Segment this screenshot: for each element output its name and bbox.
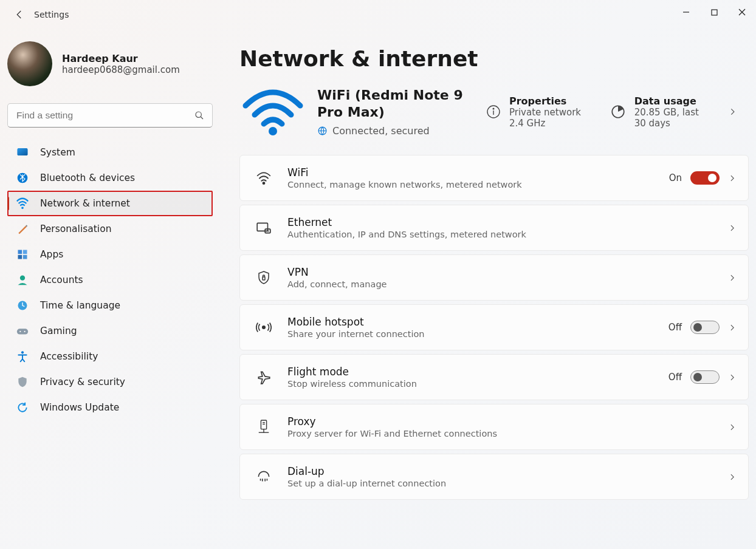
update-icon [16,401,29,414]
hotspot-toggle-label: Off [668,322,682,333]
nav-label: Windows Update [40,402,119,413]
avatar [7,41,52,86]
svg-rect-13 [23,255,27,259]
wifi-toggle[interactable] [690,171,720,185]
chevron-right-icon [728,423,736,431]
airplane-icon [255,368,273,386]
accounts-icon [16,273,29,287]
nav-label: Gaming [40,326,77,336]
chevron-right-icon [728,324,736,332]
svg-point-18 [24,331,26,332]
nav-label: Network & internet [40,198,130,209]
card-title: VPN [287,266,713,278]
close-button[interactable] [728,0,756,24]
svg-rect-7 [18,148,28,155]
card-title: Flight mode [287,366,654,378]
globe-icon [317,126,328,136]
time-icon [16,299,29,312]
nav-item-windows-update[interactable]: Windows Update [7,395,213,420]
nav-label: Time & language [40,300,120,311]
wifi-toggle-label: On [669,172,682,183]
nav-label: Privacy & security [40,377,125,387]
user-profile[interactable]: Hardeep Kaur hardeep0688@gmail.com [7,36,220,98]
nav-item-bluetooth[interactable]: Bluetooth & devices [7,165,213,191]
settings-cards: WiFi Connect, manage known networks, met… [239,155,749,500]
svg-rect-30 [263,277,265,280]
nav-item-time-language[interactable]: Time & language [7,293,213,318]
wifi-large-icon [239,87,306,136]
svg-point-20 [269,127,277,135]
card-ethernet[interactable]: Ethernet Authentication, IP and DNS sett… [239,205,749,251]
window-title: Settings [34,10,69,19]
svg-line-5 [201,117,203,119]
proxy-icon [255,418,273,436]
chevron-right-icon [728,224,736,232]
nav-item-accessibility[interactable]: Accessibility [7,344,213,369]
search-input[interactable] [7,103,213,128]
svg-point-14 [20,276,25,281]
card-sub: Stop wireless communication [287,379,654,389]
nav-label: Personalisation [40,223,111,234]
ethernet-icon [255,219,273,237]
data-usage-title: Data usage [634,95,711,107]
chevron-right-icon [728,107,737,116]
titlebar: Settings [0,0,756,29]
system-icon [16,146,29,159]
gaming-icon [16,324,29,338]
card-dialup[interactable]: Dial-up Set up a dial-up internet connec… [239,454,749,500]
data-usage-link[interactable]: Data usage 20.85 GB, last 30 days [610,95,711,129]
nav-label: Apps [40,249,63,260]
nav-item-gaming[interactable]: Gaming [7,318,213,344]
user-name: Hardeep Kaur [62,53,180,64]
svg-rect-27 [257,223,267,231]
svg-point-19 [21,351,24,353]
network-quick-links[interactable]: Properties Private network 2.4 GHz Data … [486,95,749,129]
network-status-row: WiFi (Redmi Note 9 Pro Max) Connected, s… [239,87,749,137]
nav-item-apps[interactable]: Apps [7,242,213,267]
bluetooth-icon [16,171,29,185]
card-sub: Connect, manage known networks, metered … [287,180,655,189]
svg-rect-10 [18,250,22,254]
sidebar: Hardeep Kaur hardeep0688@gmail.com Syste… [0,29,220,549]
svg-rect-32 [261,420,266,429]
dialup-icon [255,468,273,486]
card-sub: Add, connect, manage [287,279,713,289]
network-status: Connected, secured [332,125,430,137]
card-title: Mobile hotspot [287,316,654,328]
accessibility-icon [16,350,29,363]
card-proxy[interactable]: Proxy Proxy server for Wi-Fi and Etherne… [239,404,749,450]
card-title: WiFi [287,166,655,179]
search-box [7,103,213,128]
card-title: Ethernet [287,216,713,228]
nav-item-system[interactable]: System [7,140,213,165]
main-content: Network & internet WiFi (Redmi Note 9 Pr… [220,29,756,549]
card-wifi[interactable]: WiFi Connect, manage known networks, met… [239,155,749,201]
maximize-button[interactable] [700,0,728,24]
card-sub: Share your internet connection [287,329,654,339]
properties-link[interactable]: Properties Private network 2.4 GHz [486,95,593,129]
hotspot-toggle[interactable] [690,321,720,334]
card-flight-mode[interactable]: Flight mode Stop wireless communication … [239,354,749,400]
network-name-block: WiFi (Redmi Note 9 Pro Max) Connected, s… [317,87,475,137]
card-vpn[interactable]: VPN Add, connect, manage [239,254,749,301]
nav-label: Accounts [40,274,83,285]
nav-item-network[interactable]: Network & internet [7,191,213,216]
user-email: hardeep0688@gmail.com [62,64,180,75]
data-usage-detail: 20.85 GB, last 30 days [634,107,711,129]
card-hotspot[interactable]: Mobile hotspot Share your internet conne… [239,304,749,350]
chevron-right-icon [728,373,736,381]
hotspot-icon [255,318,273,336]
flight-toggle[interactable] [690,370,720,384]
back-button[interactable] [7,9,32,20]
network-name: WiFi (Redmi Note 9 Pro Max) [317,87,475,120]
minimize-button[interactable] [672,0,700,24]
nav-item-personalisation[interactable]: Personalisation [7,216,213,242]
nav-item-privacy[interactable]: Privacy & security [7,369,213,395]
nav-label: Accessibility [40,351,98,362]
data-usage-icon [610,103,626,120]
nav-item-accounts[interactable]: Accounts [7,267,213,293]
svg-rect-1 [712,10,717,15]
personalisation-icon [16,222,29,236]
card-title: Proxy [287,415,713,428]
vpn-icon [255,268,273,287]
